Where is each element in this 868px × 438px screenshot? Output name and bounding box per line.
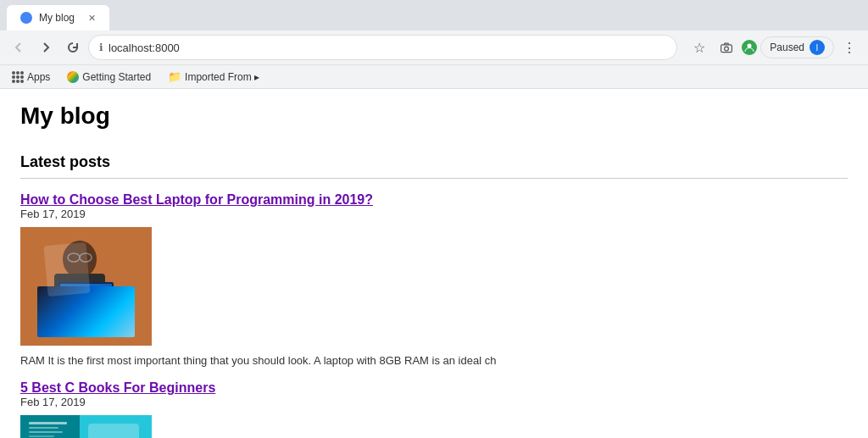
svg-rect-20 bbox=[29, 435, 54, 437]
bookmark-apps-label: Apps bbox=[27, 71, 50, 83]
nav-bar: ℹ localhost:8000 ☆ Paused I ⋮ bbox=[0, 30, 868, 64]
svg-point-2 bbox=[748, 44, 752, 48]
profile-avatar bbox=[742, 40, 757, 55]
latest-posts-heading: Latest posts bbox=[20, 153, 848, 171]
page-content: My blog Latest posts How to Choose Best … bbox=[0, 89, 868, 438]
tab-close-button[interactable]: ✕ bbox=[88, 13, 96, 24]
star-button[interactable]: ☆ bbox=[687, 36, 711, 59]
bookmarks-bar: Apps Getting Started 📁 Imported From ▸ bbox=[0, 64, 868, 88]
browser-chrome: My blog ✕ ℹ localhost:8000 ☆ Pau bbox=[0, 0, 868, 89]
svg-rect-6 bbox=[58, 282, 114, 316]
reload-button[interactable] bbox=[61, 36, 85, 59]
url-text: localhost:8000 bbox=[108, 42, 666, 54]
post-1-date: Feb 17, 2019 bbox=[20, 208, 848, 220]
active-tab[interactable]: My blog ✕ bbox=[7, 5, 109, 30]
svg-rect-8 bbox=[71, 286, 101, 310]
post-1-image bbox=[20, 227, 152, 346]
bookmark-imported-from[interactable]: 📁 Imported From ▸ bbox=[163, 69, 264, 85]
svg-rect-15 bbox=[20, 415, 80, 438]
bookmark-getting-started-label: Getting Started bbox=[82, 71, 151, 83]
svg-rect-7 bbox=[60, 284, 112, 314]
folder-icon: 📁 bbox=[168, 70, 181, 83]
tab-favicon bbox=[20, 12, 32, 24]
paused-button[interactable]: Paused I bbox=[760, 36, 834, 58]
svg-rect-17 bbox=[29, 422, 67, 424]
bookmark-getting-started[interactable]: Getting Started bbox=[62, 69, 156, 85]
svg-rect-3 bbox=[20, 227, 152, 346]
svg-point-11 bbox=[68, 253, 80, 262]
svg-rect-9 bbox=[75, 290, 94, 305]
svg-rect-10 bbox=[54, 316, 118, 323]
forward-button[interactable] bbox=[34, 36, 58, 59]
post-1-excerpt: RAM It is the first most important thing… bbox=[20, 354, 529, 367]
camera-button[interactable] bbox=[715, 36, 738, 59]
svg-rect-18 bbox=[29, 427, 58, 429]
nav-actions: ☆ Paused I ⋮ bbox=[687, 36, 861, 59]
post-2-date: Feb 17, 2019 bbox=[20, 396, 848, 408]
post-2-image: SECOND EDITION bbox=[20, 415, 152, 438]
svg-rect-5 bbox=[54, 274, 105, 320]
post-1-title-link[interactable]: How to Choose Best Laptop for Programmin… bbox=[20, 192, 373, 207]
svg-rect-21 bbox=[88, 424, 139, 438]
bookmark-apps[interactable]: Apps bbox=[7, 69, 55, 85]
address-bar[interactable]: ℹ localhost:8000 bbox=[88, 35, 677, 60]
tab-bar: My blog ✕ bbox=[0, 0, 868, 30]
menu-button[interactable]: ⋮ bbox=[837, 36, 861, 59]
getting-started-favicon bbox=[67, 71, 79, 83]
posts-divider bbox=[20, 178, 848, 179]
lock-icon: ℹ bbox=[99, 42, 103, 53]
apps-grid-icon bbox=[12, 71, 24, 83]
paused-label: Paused bbox=[770, 42, 804, 53]
post-2-book-svg: SECOND EDITION bbox=[20, 415, 152, 438]
paused-avatar: I bbox=[810, 40, 825, 55]
bookmark-imported-label: Imported From ▸ bbox=[185, 71, 259, 83]
svg-point-1 bbox=[725, 47, 729, 51]
post-1-image-svg bbox=[20, 227, 152, 346]
post-item: 5 Best C Books For Beginners Feb 17, 201… bbox=[20, 380, 848, 438]
blog-title: My blog bbox=[20, 103, 848, 136]
tab-title: My blog bbox=[39, 12, 75, 24]
post-1-laptop-illustration bbox=[20, 227, 152, 346]
post-2-title-link[interactable]: 5 Best C Books For Beginners bbox=[20, 380, 215, 395]
svg-rect-19 bbox=[29, 431, 63, 433]
menu-dots-icon: ⋮ bbox=[843, 40, 856, 56]
post-item: How to Choose Best Laptop for Programmin… bbox=[20, 192, 848, 367]
back-button[interactable] bbox=[7, 36, 31, 59]
